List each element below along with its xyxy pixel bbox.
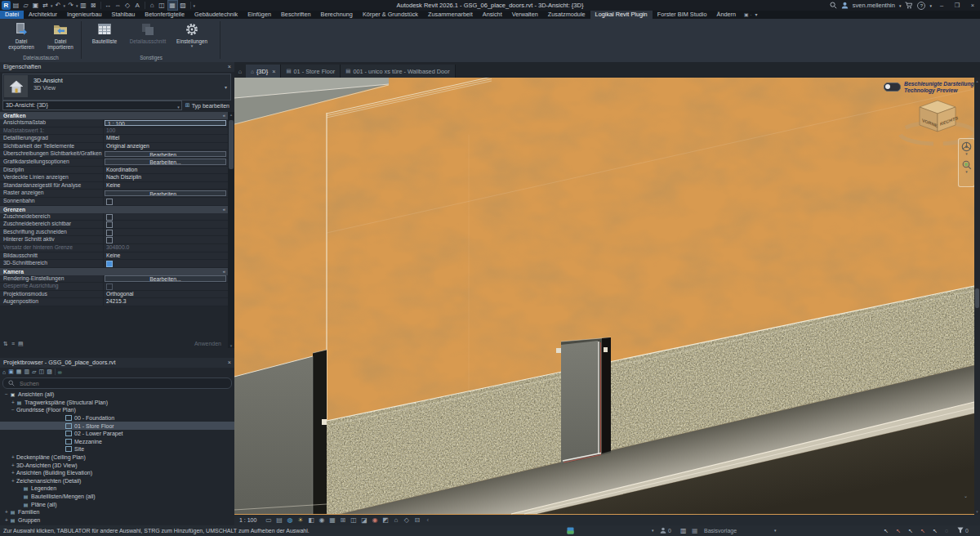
tree-tragwerksplaene[interactable]: +▤Tragwerkspläne (Structural Plan)	[0, 399, 234, 407]
design-option-caret[interactable]: ▾	[774, 525, 777, 536]
detail-level-icon[interactable]: ▤	[274, 515, 284, 525]
zoom-caret[interactable]: ▾	[965, 170, 968, 174]
tab-koerper-grundstueck[interactable]: Körper & Grundstück	[358, 11, 423, 19]
view-tab-store-floor[interactable]: ▤ 01 - Store Floor	[281, 65, 341, 78]
property-checkbox[interactable]	[106, 261, 113, 267]
viewport-scrollbar[interactable]: ▴ ▾	[974, 78, 980, 515]
select-pinned-icon[interactable]: ↖	[908, 525, 913, 536]
modify-icon[interactable]: ▣ ·	[744, 11, 751, 19]
wheel-caret[interactable]: ▾	[965, 152, 968, 156]
temporary-hide-isolate-icon[interactable]: ◪	[359, 515, 369, 525]
section-header[interactable]: Grafiken«	[0, 112, 228, 119]
tree-site[interactable]: Site	[0, 445, 234, 453]
close-button[interactable]: ×	[967, 2, 978, 9]
property-checkbox[interactable]	[106, 230, 113, 236]
tree-02-lower-parapet[interactable]: 02 - Lower Parapet	[0, 430, 234, 438]
collapse-icon[interactable]: «	[223, 268, 225, 275]
search-input[interactable]	[18, 380, 185, 387]
tree-legenden[interactable]: ▤Legenden	[0, 485, 234, 493]
browser-views-icon[interactable]: ▣	[8, 368, 14, 375]
scroll-down-icon[interactable]: ▾	[974, 509, 980, 514]
pan-corner-icon[interactable]: ⌄	[964, 493, 968, 498]
tree-bauteillisten[interactable]: ▤Bauteillisten/Mengen (all)	[0, 493, 234, 501]
tree-00-foundation[interactable]: 00 - Foundation	[0, 414, 234, 422]
edit-button[interactable]: Bearbeiten...	[105, 190, 226, 197]
workset-caret[interactable]: ▾	[652, 525, 654, 536]
view-tab-3d[interactable]: ⌂ {3D} ×	[246, 65, 281, 78]
unlocked-view-icon[interactable]: ◫	[348, 515, 359, 525]
type-selector-caret[interactable]: ▾	[225, 84, 227, 90]
model-viewport[interactable]: Beschleunigte Darstellung Technology Pre…	[234, 78, 974, 515]
expander-icon[interactable]: +	[10, 462, 16, 468]
ribbon-state-caret[interactable]: ▾	[755, 11, 757, 19]
apply-button[interactable]: Anwenden	[194, 341, 221, 346]
property-input[interactable]: 1 : 100	[105, 120, 226, 127]
reveal-constraints-icon[interactable]: ⊟	[412, 515, 422, 525]
tab-aendern[interactable]: Ändern	[712, 11, 742, 19]
drag-on-selection-icon[interactable]: ↖	[933, 525, 938, 536]
expander-icon[interactable]: +	[10, 454, 16, 460]
tab-beschriften[interactable]: Beschriften	[276, 11, 316, 19]
tab-zusatzmodule[interactable]: Zusatzmodule	[543, 11, 590, 19]
browser-filter-icon[interactable]: ▨	[47, 368, 52, 375]
close-view-icon[interactable]: ×	[272, 68, 275, 75]
datei-exportieren-button[interactable]: Datei exportieren	[2, 20, 40, 53]
user-caret[interactable]: ▾	[899, 3, 902, 8]
worksharing-status-icon[interactable]	[567, 527, 574, 534]
expander-icon[interactable]: −	[10, 407, 16, 413]
tab-stahlbau[interactable]: Stahlbau	[107, 11, 140, 19]
restore-button[interactable]: ❒	[951, 2, 963, 9]
property-checkbox[interactable]	[106, 199, 113, 205]
shadows-icon[interactable]: ◧	[305, 515, 316, 525]
tab-einfuegen[interactable]: Einfügen	[243, 11, 276, 19]
tab-verwalten[interactable]: Verwalten	[507, 11, 543, 19]
browser-home-icon[interactable]: ⌂	[2, 369, 6, 375]
select-links-icon[interactable]: ↖	[884, 525, 889, 536]
select-by-face-icon[interactable]: ↖	[920, 525, 925, 536]
tree-building-elevation[interactable]: +Ansichten (Building Elevation)	[0, 469, 234, 477]
tab-gebaeudetechnik[interactable]: Gebäudetechnik	[189, 11, 243, 19]
tab-ingenieurbau[interactable]: Ingenieurbau	[62, 11, 107, 19]
tab-berechnung[interactable]: Berechnung	[316, 11, 358, 19]
type-selector[interactable]: 3D-Ansicht 3D View ▾	[2, 74, 231, 100]
scrollbar-thumb[interactable]	[229, 120, 234, 169]
browser-schedules-icon[interactable]: ▥	[24, 368, 29, 375]
tab-datei[interactable]: Datei	[0, 11, 24, 19]
tab-forster-bim-studio[interactable]: Forster BIM Studio	[653, 11, 712, 19]
edit-button[interactable]: Bearbeiten...	[105, 275, 226, 282]
selection-filter[interactable]: 0	[957, 525, 969, 536]
tree-01-store-floor[interactable]: 01 - Store Floor	[0, 422, 234, 430]
edit-button[interactable]: Bearbeiten...	[105, 151, 226, 158]
screen-size-icon[interactable]: ▭	[263, 515, 274, 525]
collapse-icon[interactable]: «	[223, 206, 225, 213]
datei-importieren-button[interactable]: Datei importieren	[42, 20, 79, 53]
property-checkbox[interactable]	[106, 237, 113, 243]
collapse-bar-icon[interactable]: ‹	[422, 515, 433, 525]
collapse-icon[interactable]: «	[223, 112, 225, 119]
navigation-bar[interactable]: ▾ ▾	[958, 138, 974, 187]
tree-zeichenansichten[interactable]: +Zeichenansichten (Detail)	[0, 477, 234, 485]
browser-sheets-icon[interactable]: ▦	[16, 368, 22, 375]
crop-view-icon[interactable]: ▦	[327, 515, 337, 525]
tab-architektur[interactable]: Architektur	[24, 11, 62, 19]
expander-icon[interactable]: +	[10, 400, 16, 405]
tab-logikal-revit-plugin[interactable]: Logikal Revit Plugin	[590, 11, 653, 19]
help-icon[interactable]: ?	[917, 2, 925, 10]
visual-style-icon[interactable]: ◍	[284, 515, 295, 525]
list-view-icon[interactable]: ▤	[18, 341, 24, 347]
view-scale-button[interactable]: 1 : 100	[239, 517, 256, 523]
filter-sort-icon[interactable]: ⇅	[3, 341, 8, 347]
expander-icon[interactable]: +	[3, 517, 10, 523]
browser-groups-icon[interactable]: ◫	[39, 368, 45, 375]
project-browser-close-icon[interactable]: ×	[228, 358, 231, 368]
properties-title-bar[interactable]: Eigenschaften ×	[0, 62, 234, 72]
expander-icon[interactable]: −	[3, 391, 10, 397]
scrollbar-thumb[interactable]	[975, 288, 979, 308]
home-icon[interactable]: ⌂	[234, 68, 246, 78]
view-instance-caret[interactable]: ▾	[177, 103, 180, 111]
tab-betonfertigteile[interactable]: Betonfertigteile	[140, 11, 189, 19]
edit-button[interactable]: Bearbeiten...	[105, 159, 226, 165]
displaced-elements-icon[interactable]: ◇	[401, 515, 412, 525]
snap-override-icon[interactable]: ◌	[945, 525, 948, 536]
tab-ansicht[interactable]: Ansicht	[478, 11, 507, 19]
